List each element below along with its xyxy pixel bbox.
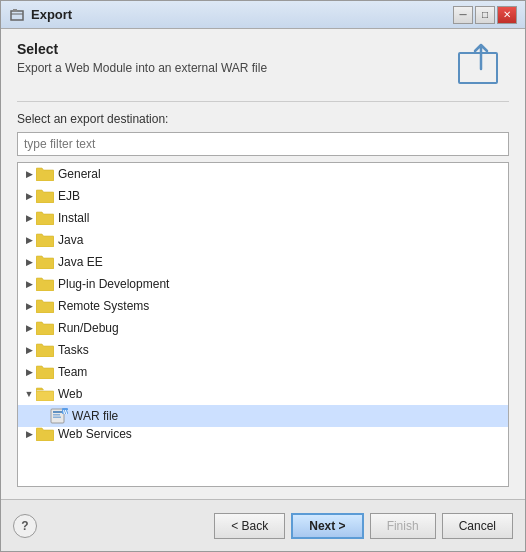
tree-item-ejb[interactable]: EJB [18, 185, 508, 207]
header-section: Select Export a Web Module into an exter… [17, 41, 509, 89]
tree-label-tasks: Tasks [58, 343, 89, 357]
tree-item-webservices[interactable]: Web Services [18, 427, 508, 441]
tree-label-warfile: WAR file [72, 409, 118, 423]
svg-rect-6 [53, 417, 61, 419]
finish-button[interactable]: Finish [370, 513, 436, 539]
tree-arrow-webservices [22, 427, 36, 441]
bottom-bar: ? < Back Next > Finish Cancel [1, 499, 525, 551]
tree-label-webservices: Web Services [58, 427, 132, 441]
dialog-subtitle: Export a Web Module into an external WAR… [17, 61, 453, 75]
tree-label-ejb: EJB [58, 189, 80, 203]
tree-arrow-tasks [22, 343, 36, 357]
tree-item-warfile[interactable]: W WAR file [18, 405, 508, 427]
warfile-icon: W [50, 408, 68, 424]
folder-icon-team [36, 365, 54, 379]
folder-icon-rundebug [36, 321, 54, 335]
tree-item-remote[interactable]: Remote Systems [18, 295, 508, 317]
tree-item-general[interactable]: General [18, 163, 508, 185]
header-divider [17, 101, 509, 102]
dialog-title: Select [17, 41, 453, 57]
svg-rect-1 [13, 9, 17, 12]
folder-icon-javaee [36, 255, 54, 269]
tree-arrow-javaee [22, 255, 36, 269]
tree-label-install: Install [58, 211, 89, 225]
folder-icon-ejb [36, 189, 54, 203]
header-text: Select Export a Web Module into an exter… [17, 41, 453, 75]
tree-item-rundebug[interactable]: Run/Debug [18, 317, 508, 339]
tree-arrow-ejb [22, 189, 36, 203]
tree-arrow-java [22, 233, 36, 247]
title-bar: Export ─ □ ✕ [1, 1, 525, 29]
tree-label-javaee: Java EE [58, 255, 103, 269]
tree-item-plugin[interactable]: Plug-in Development [18, 273, 508, 295]
tree-container[interactable]: General EJB Install [17, 162, 509, 487]
svg-rect-0 [11, 11, 23, 20]
tree-item-team[interactable]: Team [18, 361, 508, 383]
folder-icon-remote [36, 299, 54, 313]
tree-arrow-team [22, 365, 36, 379]
export-svg-icon [457, 43, 505, 87]
filter-input[interactable] [17, 132, 509, 156]
tree-label-plugin: Plug-in Development [58, 277, 169, 291]
tree-arrow-web [22, 387, 36, 401]
tree-item-tasks[interactable]: Tasks [18, 339, 508, 361]
window-controls: ─ □ ✕ [453, 6, 517, 24]
folder-icon-plugin [36, 277, 54, 291]
tree-label-java: Java [58, 233, 83, 247]
maximize-button[interactable]: □ [475, 6, 495, 24]
tree-arrow-general [22, 167, 36, 181]
main-content: Select Export a Web Module into an exter… [1, 29, 525, 499]
svg-rect-2 [459, 53, 497, 83]
tree-label-remote: Remote Systems [58, 299, 149, 313]
svg-text:W: W [63, 409, 68, 415]
tree-arrow-plugin [22, 277, 36, 291]
tree-label-general: General [58, 167, 101, 181]
help-button[interactable]: ? [13, 514, 37, 538]
close-button[interactable]: ✕ [497, 6, 517, 24]
window-icon [9, 7, 25, 23]
tree-arrow-remote [22, 299, 36, 313]
folder-icon-install [36, 211, 54, 225]
tree-label-team: Team [58, 365, 87, 379]
export-window: Export ─ □ ✕ Select Export a Web Module … [0, 0, 526, 552]
svg-rect-5 [53, 414, 60, 416]
back-button[interactable]: < Back [214, 513, 285, 539]
tree-item-java[interactable]: Java [18, 229, 508, 251]
tree-arrow-install [22, 211, 36, 225]
folder-icon-tasks [36, 343, 54, 357]
tree-item-web[interactable]: Web [18, 383, 508, 405]
folder-icon-webservices [36, 427, 54, 441]
tree-item-javaee[interactable]: Java EE [18, 251, 508, 273]
window-title: Export [31, 7, 453, 22]
cancel-button[interactable]: Cancel [442, 513, 513, 539]
export-icon-container [453, 41, 509, 89]
next-button[interactable]: Next > [291, 513, 363, 539]
tree-label-web: Web [58, 387, 82, 401]
minimize-button[interactable]: ─ [453, 6, 473, 24]
folder-icon-general [36, 167, 54, 181]
destination-label: Select an export destination: [17, 112, 509, 126]
svg-rect-4 [53, 411, 62, 413]
tree-label-rundebug: Run/Debug [58, 321, 119, 335]
folder-icon-web [36, 387, 54, 401]
tree-item-install[interactable]: Install [18, 207, 508, 229]
tree-arrow-rundebug [22, 321, 36, 335]
folder-icon-java [36, 233, 54, 247]
